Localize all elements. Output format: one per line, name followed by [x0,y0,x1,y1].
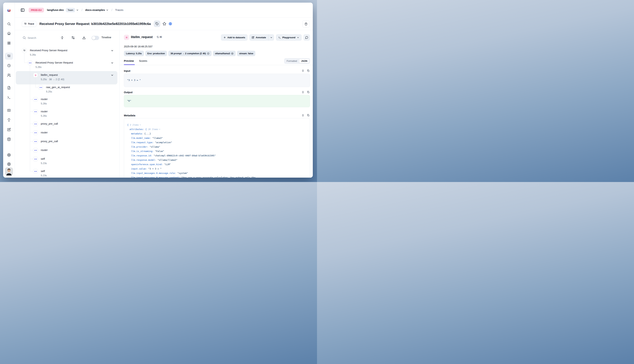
comments-button[interactable] [303,34,310,41]
globe-icon[interactable] [168,22,172,26]
trace-title: Received Proxy Server Request: b3010b422… [39,22,151,26]
tracing-tree-icon[interactable] [7,54,11,58]
collapse-icon[interactable] [302,114,304,117]
project-name[interactable]: docs-examples [85,8,105,12]
span-arrows-icon [39,85,43,90]
latency-badge: Latency: 5.25s [124,51,144,56]
project-chevron-down-icon[interactable] [106,9,109,12]
playground-terminal-icon[interactable] [7,96,11,99]
chevron-down-icon[interactable] [111,49,114,52]
user-avatar[interactable] [5,168,13,176]
tree-toolbar: Timeline [15,34,119,42]
breadcrumb-section[interactable]: Traces [115,8,123,12]
tag-icon[interactable] [154,20,160,27]
breadcrumb-separator: / [111,8,112,12]
output-section-icons [302,91,310,94]
json-line: openinference.span.kind: "LLM" [124,163,308,168]
sidebar-toggle-icon[interactable] [20,8,25,12]
input-section-icons [302,69,310,72]
settings-gear-icon[interactable] [7,153,11,157]
model-badge[interactable]: ollama/llama3 [213,51,236,56]
dashboard-icon[interactable] [7,41,11,45]
top-navigation: PROD-EU langfuse-dev Team / docs-example… [15,3,313,18]
metadata-json-box: { 3 Items attributes: { 20 Items metadat… [124,118,310,178]
tree-row-duration: 5.26s [36,66,42,68]
search-icon [23,36,26,40]
copy-icon[interactable] [307,69,310,72]
trace-tree-icon [22,48,27,53]
add-to-datasets-button[interactable]: Add to datasets [221,34,248,41]
app-window: PROD-EU langfuse-dev Team / docs-example… [3,3,313,178]
span-arrows-icon [33,97,38,102]
observation-detail-panel: litellm_request ID Add to datasets Annot… [120,30,313,178]
selected-row-highlight [16,71,117,84]
breadcrumb-separator: / [82,8,82,12]
chevron-down-icon[interactable] [111,62,114,64]
support-lifebuoy-icon[interactable] [7,162,11,166]
stream-badge: stream: false [237,51,255,56]
tree-row-duration: 5.26s [41,102,47,105]
tree-row-duration: 5.25s [46,90,52,93]
format-formatted-option[interactable]: Formatted [285,59,299,63]
collapse-icon[interactable] [302,69,304,72]
json-line[interactable]: attributes: { 20 Items [124,128,308,132]
tab-scores[interactable]: Scores [139,59,147,62]
sessions-clock-icon[interactable] [7,64,11,68]
trace-tree-icon [24,22,27,25]
json-line: llm.input_messages.0.message.role: "syst… [124,172,308,176]
sidebar-rail [3,3,15,178]
tree-row-duration: 5.26s [30,53,36,56]
span-arrows-icon [28,60,32,65]
evals-percent-icon[interactable] [7,108,11,112]
annotation-pen-icon[interactable] [7,128,11,132]
span-arrows-icon [33,148,38,152]
copy-icon[interactable] [307,91,310,94]
json-line: llm.request.type: "acompletion" [124,141,308,146]
search-icon[interactable] [7,22,11,26]
tokens-badge[interactable]: 38 prompt → 2 completion (Σ 40) [168,51,212,56]
copy-id-button[interactable]: ID [157,36,162,38]
environment-badge: PROD-EU [29,8,44,12]
delete-trace-button[interactable] [302,20,310,28]
filter-settings-icon[interactable] [71,36,75,40]
json-line[interactable]: { 3 Items [124,124,308,128]
lightbulb-icon[interactable] [7,118,11,122]
tree-row-duration: 5.26s [41,114,47,117]
tab-preview[interactable]: Preview [124,59,134,62]
observation-title: litellm_request [131,35,153,39]
json-line[interactable]: metadata: {...} [124,132,308,137]
env-badge: Env: production [145,51,167,56]
input-value-box: "3 + 3 = " [124,74,310,87]
playground-button[interactable]: Playground [276,34,302,41]
collapse-icon[interactable] [302,91,304,94]
metadata-section-label: Metadata [124,114,135,117]
format-json-option[interactable]: JSON [299,59,309,63]
annotate-button[interactable]: Annotate [249,34,268,41]
observation-badges: Latency: 5.25s Env: production 38 prompt… [124,51,255,56]
tree-row-duration: 5.25s38 → 2 (Σ 40) [41,78,64,81]
langfuse-logo[interactable] [7,8,11,13]
metadata-section-icons [302,114,310,117]
annotate-dropdown-chevron[interactable] [269,34,274,41]
tree-row-duration: 5.23s [41,162,47,164]
search-input[interactable] [28,35,54,40]
org-name[interactable]: langfuse-dev [47,8,64,12]
json-line: llm.is_streaming: "False" [124,150,308,154]
download-icon[interactable] [82,36,86,40]
chevron-down-icon [297,36,299,39]
copy-icon[interactable] [307,114,310,117]
datasets-database-icon[interactable] [7,138,11,141]
circle-plus-icon [231,52,234,55]
timeline-label: Timeline [101,36,111,39]
timeline-toggle[interactable] [92,36,99,40]
collapse-all-icon[interactable] [61,36,64,40]
tree-row-label: self [41,170,45,172]
home-icon[interactable] [7,32,11,35]
json-line: llm.response.id: "chatcmpl-d96622c0-c642… [124,154,308,159]
chevron-down-icon[interactable] [111,74,114,77]
prompts-file-icon[interactable] [7,86,11,90]
star-icon[interactable] [162,22,166,26]
json-line: llm.input_messages.0.message.content: "Y… [124,176,308,178]
users-icon[interactable] [7,73,11,77]
org-chevron-down-icon[interactable] [76,9,79,12]
